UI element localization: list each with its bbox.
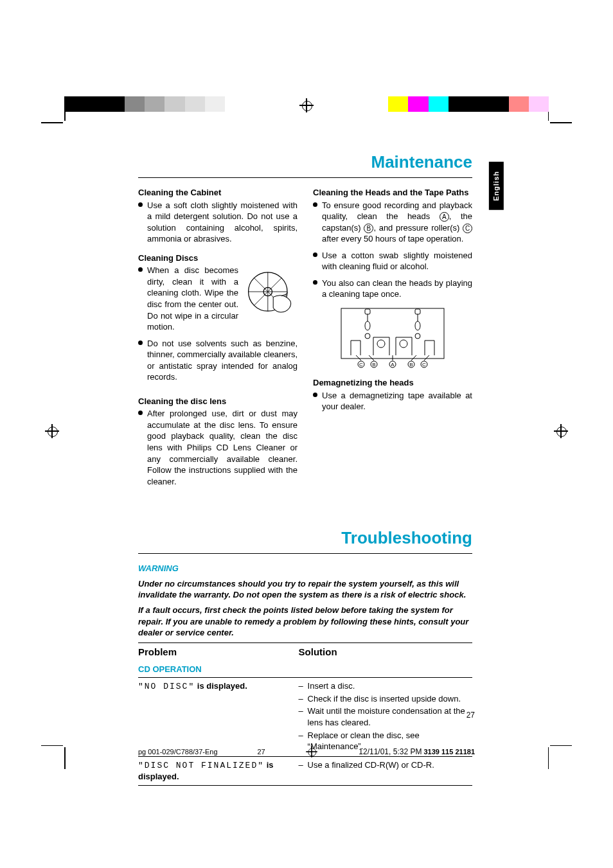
svg-point-15 <box>377 340 385 348</box>
svg-line-31 <box>424 355 429 360</box>
crosshair-icon <box>299 98 314 112</box>
text-discs-2: Do not use solvents such as benzine, thi… <box>138 338 298 383</box>
text-discs-1: When a disc becomes dirty, clean it with… <box>138 265 298 332</box>
footer-file: pg 001-029/C788/37-Eng <box>138 747 218 757</box>
key-a: A <box>440 212 449 222</box>
page-content: Maintenance Cleaning the Cabinet Use a s… <box>138 151 472 786</box>
language-tab: English <box>489 162 504 210</box>
maintenance-col-right: Cleaning the Heads and the Tape Paths To… <box>313 187 472 495</box>
text-heads-1: To ensure good recording and playback qu… <box>313 200 472 245</box>
col-solution: Solution <box>299 642 472 661</box>
svg-line-27 <box>356 355 361 360</box>
heading-cleaning-cabinet: Cleaning the Cabinet <box>138 187 298 199</box>
rule <box>138 177 472 178</box>
svg-rect-9 <box>365 309 370 314</box>
svg-point-14 <box>415 333 420 339</box>
heading-cleaning-discs: Cleaning Discs <box>138 252 298 264</box>
solution-not-finalized: Use a finalized CD-R(W) or CD-R. <box>299 756 472 785</box>
footer-partno: 3139 115 21181 <box>423 748 475 756</box>
svg-line-28 <box>369 355 374 360</box>
category-cd-operation: CD OPERATION <box>138 661 472 678</box>
key-c: C <box>463 224 472 233</box>
footer-page-inner: 27 <box>257 747 265 757</box>
warning-p2: If a fault occurs, first check the point… <box>138 605 472 639</box>
text-cabinet: Use a soft cloth slightly moistened with… <box>138 200 298 245</box>
svg-point-16 <box>400 340 407 348</box>
section-title-maintenance: Maintenance <box>138 151 472 173</box>
col-problem: Problem <box>138 642 299 661</box>
crosshair-icon <box>306 746 318 757</box>
section-title-troubleshooting: Troubleshooting <box>138 527 472 549</box>
registration-bar-top <box>0 96 613 116</box>
page-number: 27 <box>466 710 475 720</box>
warning-title: WARNING <box>138 563 472 574</box>
footer-right: 12/11/01, 5:32 PM 3139 115 21181 <box>359 747 475 757</box>
text-heads-3: You also can clean the heads by playing … <box>313 278 472 300</box>
svg-text:C: C <box>422 362 426 368</box>
footer: pg 001-029/C788/37-Eng 27 12/11/01, 5:32… <box>138 745 475 759</box>
svg-text:C: C <box>359 362 363 368</box>
text-lens: After prolonged use, dirt or dust may ac… <box>138 408 298 487</box>
svg-text:A: A <box>391 362 395 368</box>
maintenance-col-left: Cleaning the Cabinet Use a soft cloth sl… <box>138 187 298 495</box>
svg-text:B: B <box>409 362 413 368</box>
registration-right <box>554 424 568 441</box>
maintenance-columns: Cleaning the Cabinet Use a soft cloth sl… <box>138 187 472 495</box>
troubleshooting-table: Problem Solution CD OPERATION "NO DISC" … <box>138 642 472 786</box>
svg-point-8 <box>365 321 370 330</box>
key-b: B <box>364 224 373 233</box>
warning-p1: Under no circumstances should you try to… <box>138 578 472 601</box>
heading-demagnetize: Demagnetizing the heads <box>313 377 472 389</box>
text-demag: Use a demagnetizing tape available at yo… <box>313 390 472 412</box>
svg-rect-6 <box>341 308 444 359</box>
heading-cleaning-lens: Cleaning the disc lens <box>138 396 298 407</box>
tape-path-figure: C B A B C <box>338 305 447 369</box>
svg-text:B: B <box>372 362 375 368</box>
problem-not-finalized: "DISC NOT FINALIZED" is displayed. <box>138 756 299 785</box>
text-heads-2: Use a cotton swab slightly moistened wit… <box>313 250 472 272</box>
svg-rect-12 <box>415 309 420 314</box>
svg-line-30 <box>411 355 416 360</box>
rule <box>138 553 472 554</box>
svg-point-13 <box>365 333 370 339</box>
heading-cleaning-heads: Cleaning the Heads and the Tape Paths <box>313 187 472 199</box>
svg-point-11 <box>415 321 420 330</box>
registration-left <box>45 424 59 441</box>
